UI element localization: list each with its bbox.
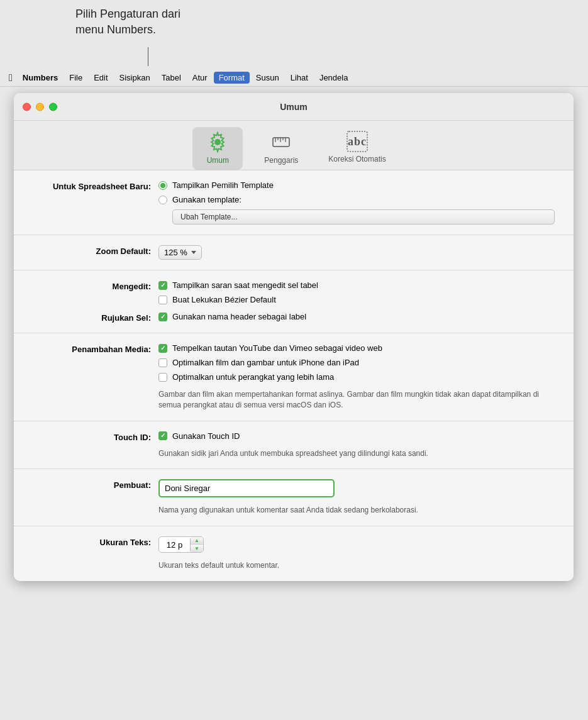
row-spreadsheet: Untuk Spreadsheet Baru: Tampilkan Pemili… — [33, 180, 555, 224]
checkbox-touchid-1[interactable] — [158, 431, 167, 440]
controls-zoom: 125 % — [158, 245, 555, 260]
option-template-picker: Tampilkan Pemilih Template — [158, 180, 555, 190]
label-cellref: Rujukan Sel: — [33, 312, 158, 323]
tab-koreksi[interactable]: abc Koreksi Otomatis — [319, 127, 394, 170]
checkbox-editing-1[interactable] — [158, 281, 167, 290]
row-zoom: Zoom Default: 125 % — [33, 245, 555, 260]
option-media-3: Optimalkan untuk perangkat yang lebih la… — [158, 372, 555, 382]
label-spreadsheet: Untuk Spreadsheet Baru: — [33, 180, 158, 191]
controls-touchid: Gunakan Touch ID Gunakan sidik jari Anda… — [158, 431, 555, 459]
radio-template-picker[interactable] — [158, 181, 167, 190]
preferences-toolbar: Umum Penggaris abc Koreksi Otomatis — [14, 121, 574, 170]
label-zoom: Zoom Default: — [33, 245, 158, 256]
label-editing-1: Tampilkan saran saat mengedit sel tabel — [172, 280, 318, 290]
controls-fontsize: 12 p ▲ ▼ Ukuran teks default untuk komen… — [158, 536, 555, 571]
gear-icon — [206, 131, 229, 153]
section-author: Pembuat: Nama yang digunakan untuk komen… — [14, 469, 574, 526]
tab-umum-label: Umum — [207, 156, 229, 165]
callout-line — [148, 47, 148, 66]
label-fontsize: Ukuran Teks: — [33, 536, 158, 547]
label-template-picker: Tampilkan Pemilih Template — [172, 180, 274, 190]
callout-text: Pilih Pengaturan dari menu Numbers. — [75, 6, 180, 38]
row-fontsize: Ukuran Teks: 12 p ▲ ▼ Ukuran teks defaul… — [33, 536, 555, 571]
zoom-value: 125 % — [164, 248, 187, 257]
close-button[interactable] — [23, 102, 31, 111]
minimize-button[interactable] — [36, 102, 44, 111]
desc-media: Gambar dan film akan mempertahankan form… — [158, 389, 555, 411]
section-media: Penambahan Media: Tempelkan tautan YouTu… — [14, 333, 574, 421]
menubar-item-lihat[interactable]: Lihat — [286, 72, 313, 84]
menubar-item-susun[interactable]: Susun — [251, 72, 284, 84]
menubar-item-sisipkan[interactable]: Sisipkan — [114, 72, 155, 84]
checkbox-media-2[interactable] — [158, 358, 167, 367]
section-spreadsheet: Untuk Spreadsheet Baru: Tampilkan Pemili… — [14, 170, 574, 235]
abc-icon: abc — [347, 131, 368, 152]
menubar-item-tabel[interactable]: Tabel — [157, 72, 186, 84]
controls-media: Tempelkan tautan YouTube dan Vimeo sebag… — [158, 343, 555, 411]
section-zoom: Zoom Default: 125 % — [14, 235, 574, 270]
ruler-icon — [270, 131, 292, 153]
section-touchid: Touch ID: Gunakan Touch ID Gunakan sidik… — [14, 421, 574, 470]
menubar:  Numbers File Edit Sisipkan Tabel Atur … — [0, 69, 588, 87]
window-title: Umum — [280, 102, 308, 112]
option-cellref-1: Gunakan nama header sebagai label — [158, 312, 555, 321]
menubar-item-atur[interactable]: Atur — [187, 72, 213, 84]
checkbox-media-1[interactable] — [158, 344, 167, 353]
desc-touchid: Gunakan sidik jari Anda untuk membuka sp… — [158, 448, 555, 459]
label-touchid: Touch ID: — [33, 431, 158, 442]
tab-penggaris-label: Penggaris — [264, 156, 298, 165]
menubar-item-numbers[interactable]: Numbers — [18, 72, 63, 84]
preferences-window: Umum Umum P — [14, 93, 574, 581]
label-media-2: Optimalkan film dan gambar untuk iPhone … — [172, 358, 359, 367]
section-fontsize: Ukuran Teks: 12 p ▲ ▼ Ukuran teks defaul… — [14, 526, 574, 581]
menubar-item-jendela[interactable]: Jendela — [314, 72, 353, 84]
label-use-template: Gunakan template: — [172, 195, 241, 204]
author-input[interactable] — [158, 479, 335, 497]
option-use-template: Gunakan template: — [158, 195, 555, 204]
controls-cellref: Gunakan nama header sebagai label — [158, 312, 555, 321]
tab-umum[interactable]: Umum — [192, 127, 243, 170]
controls-editing: Tampilkan saran saat mengedit sel tabel … — [158, 280, 555, 304]
menubar-item-format[interactable]: Format — [214, 72, 250, 84]
titlebar: Umum — [14, 93, 574, 121]
label-cellref-1: Gunakan nama header sebagai label — [172, 312, 306, 321]
stepper-up-button[interactable]: ▲ — [191, 537, 203, 545]
fontsize-stepper[interactable]: 12 p ▲ ▼ — [158, 536, 204, 553]
desc-fontsize: Ukuran teks default untuk komentar. — [158, 560, 555, 571]
checkbox-editing-2[interactable] — [158, 296, 167, 304]
row-author: Pembuat: Nama yang digunakan untuk komen… — [33, 479, 555, 516]
option-media-2: Optimalkan film dan gambar untuk iPhone … — [158, 358, 555, 367]
zoom-dropdown[interactable]: 125 % — [158, 245, 202, 260]
controls-author: Nama yang digunakan untuk komentar saat … — [158, 479, 555, 516]
radio-use-template[interactable] — [158, 196, 167, 204]
row-touchid: Touch ID: Gunakan Touch ID Gunakan sidik… — [33, 431, 555, 459]
fontsize-value: 12 p — [159, 538, 191, 551]
menubar-item-apple[interactable]:  — [5, 71, 16, 85]
change-template-button[interactable]: Ubah Template... — [172, 209, 555, 224]
option-editing-2: Buat Lekukan Bézier Default — [158, 295, 555, 304]
dropdown-arrow-icon — [191, 251, 196, 254]
label-author: Pembuat: — [33, 479, 158, 490]
option-media-1: Tempelkan tautan YouTube dan Vimeo sebag… — [158, 343, 555, 353]
section-editing: Mengedit: Tampilkan saran saat mengedit … — [14, 270, 574, 333]
row-media: Penambahan Media: Tempelkan tautan YouTu… — [33, 343, 555, 411]
svg-point-0 — [214, 139, 221, 145]
maximize-button[interactable] — [49, 102, 57, 111]
option-touchid-1: Gunakan Touch ID — [158, 431, 555, 441]
stepper-buttons: ▲ ▼ — [191, 537, 203, 552]
tab-penggaris[interactable]: Penggaris — [255, 127, 307, 170]
stepper-down-button[interactable]: ▼ — [191, 545, 203, 552]
menubar-item-file[interactable]: File — [64, 72, 87, 84]
window-controls — [23, 102, 57, 111]
option-editing-1: Tampilkan saran saat mengedit sel tabel — [158, 280, 555, 290]
controls-spreadsheet: Tampilkan Pemilih Template Gunakan templ… — [158, 180, 555, 224]
checkbox-cellref-1[interactable] — [158, 313, 167, 321]
checkbox-media-3[interactable] — [158, 373, 167, 382]
desc-author: Nama yang digunakan untuk komentar saat … — [158, 505, 555, 516]
label-editing-2: Buat Lekukan Bézier Default — [172, 295, 276, 304]
label-touchid-1: Gunakan Touch ID — [172, 431, 240, 441]
menubar-item-edit[interactable]: Edit — [89, 72, 113, 84]
row-editing: Mengedit: Tampilkan saran saat mengedit … — [33, 280, 555, 304]
label-media-3: Optimalkan untuk perangkat yang lebih la… — [172, 372, 334, 382]
row-cellref: Rujukan Sel: Gunakan nama header sebagai… — [33, 312, 555, 323]
